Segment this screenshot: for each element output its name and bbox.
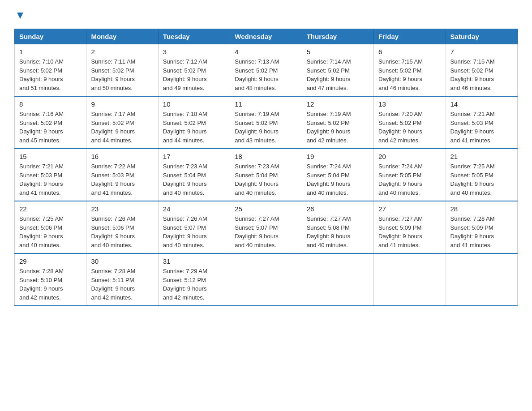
day-number: 15 [19,153,82,160]
calendar-cell: 18 Sunrise: 7:23 AMSunset: 5:04 PMDaylig… [230,149,302,201]
day-number: 9 [91,100,153,108]
calendar-cell: 5 Sunrise: 7:14 AMSunset: 5:02 PMDayligh… [302,44,373,97]
day-number: 4 [235,48,297,56]
day-number: 24 [163,205,225,213]
day-number: 16 [91,153,153,160]
week-row-1: 1 Sunrise: 7:10 AMSunset: 5:02 PMDayligh… [15,44,518,97]
header-thursday: Thursday [302,29,373,44]
header-sunday: Sunday [15,29,86,44]
day-info: Sunrise: 7:15 AMSunset: 5:02 PMDaylight:… [378,57,441,92]
header-row: SundayMondayTuesdayWednesdayThursdayFrid… [15,29,518,44]
calendar-cell: 13 Sunrise: 7:20 AMSunset: 5:02 PMDaylig… [374,96,446,149]
day-info: Sunrise: 7:10 AMSunset: 5:02 PMDaylight:… [19,57,82,92]
day-number: 5 [307,48,369,56]
day-number: 12 [307,100,369,108]
calendar-cell: 12 Sunrise: 7:19 AMSunset: 5:02 PMDaylig… [302,96,373,149]
logo [14,11,25,21]
day-info: Sunrise: 7:27 AMSunset: 5:07 PMDaylight:… [235,214,297,249]
calendar-cell: 23 Sunrise: 7:26 AMSunset: 5:06 PMDaylig… [86,201,158,253]
day-info: Sunrise: 7:11 AMSunset: 5:02 PMDaylight:… [91,57,153,92]
day-info: Sunrise: 7:26 AMSunset: 5:07 PMDaylight:… [163,214,225,249]
day-number: 27 [378,205,441,213]
week-row-3: 15 Sunrise: 7:21 AMSunset: 5:03 PMDaylig… [15,149,518,201]
day-info: Sunrise: 7:25 AMSunset: 5:05 PMDaylight:… [450,162,513,197]
day-number: 26 [307,205,369,213]
day-info: Sunrise: 7:25 AMSunset: 5:06 PMDaylight:… [19,214,82,249]
day-info: Sunrise: 7:28 AMSunset: 5:11 PMDaylight:… [91,267,153,302]
day-number: 23 [91,205,153,213]
day-info: Sunrise: 7:20 AMSunset: 5:02 PMDaylight:… [378,110,441,145]
day-number: 25 [235,205,297,213]
calendar-cell [374,253,446,306]
day-number: 20 [378,153,441,160]
day-info: Sunrise: 7:23 AMSunset: 5:04 PMDaylight:… [163,162,225,197]
header-tuesday: Tuesday [158,29,230,44]
day-info: Sunrise: 7:24 AMSunset: 5:05 PMDaylight:… [378,162,441,197]
day-info: Sunrise: 7:28 AMSunset: 5:09 PMDaylight:… [450,214,513,249]
day-info: Sunrise: 7:12 AMSunset: 5:02 PMDaylight:… [163,57,225,92]
calendar-cell: 20 Sunrise: 7:24 AMSunset: 5:05 PMDaylig… [374,149,446,201]
week-row-4: 22 Sunrise: 7:25 AMSunset: 5:06 PMDaylig… [15,201,518,253]
day-info: Sunrise: 7:21 AMSunset: 5:03 PMDaylight:… [450,110,513,145]
day-info: Sunrise: 7:22 AMSunset: 5:03 PMDaylight:… [91,162,153,197]
day-number: 6 [378,48,441,56]
day-info: Sunrise: 7:16 AMSunset: 5:02 PMDaylight:… [19,110,82,145]
day-info: Sunrise: 7:28 AMSunset: 5:10 PMDaylight:… [19,267,82,302]
calendar-cell: 15 Sunrise: 7:21 AMSunset: 5:03 PMDaylig… [15,149,86,201]
day-info: Sunrise: 7:29 AMSunset: 5:12 PMDaylight:… [163,267,225,302]
svg-marker-0 [17,13,23,19]
calendar-cell [302,253,373,306]
day-number: 3 [163,48,225,56]
day-number: 7 [450,48,513,56]
day-number: 21 [450,153,513,160]
header-saturday: Saturday [446,29,517,44]
calendar-cell: 8 Sunrise: 7:16 AMSunset: 5:02 PMDayligh… [15,96,86,149]
day-number: 22 [19,205,82,213]
day-info: Sunrise: 7:13 AMSunset: 5:02 PMDaylight:… [235,57,297,92]
calendar-cell: 25 Sunrise: 7:27 AMSunset: 5:07 PMDaylig… [230,201,302,253]
day-info: Sunrise: 7:14 AMSunset: 5:02 PMDaylight:… [307,57,369,92]
day-number: 11 [235,100,297,108]
day-info: Sunrise: 7:27 AMSunset: 5:08 PMDaylight:… [307,214,369,249]
calendar-cell: 26 Sunrise: 7:27 AMSunset: 5:08 PMDaylig… [302,201,373,253]
calendar-cell [446,253,517,306]
header-friday: Friday [374,29,446,44]
day-number: 19 [307,153,369,160]
day-info: Sunrise: 7:26 AMSunset: 5:06 PMDaylight:… [91,214,153,249]
header-monday: Monday [86,29,158,44]
logo-triangle-icon [15,11,25,21]
day-number: 31 [163,257,225,265]
day-info: Sunrise: 7:24 AMSunset: 5:04 PMDaylight:… [307,162,369,197]
calendar-cell: 31 Sunrise: 7:29 AMSunset: 5:12 PMDaylig… [158,253,230,306]
calendar-cell [230,253,302,306]
day-number: 2 [91,48,153,56]
calendar-cell: 7 Sunrise: 7:15 AMSunset: 5:02 PMDayligh… [446,44,517,97]
calendar-cell: 27 Sunrise: 7:27 AMSunset: 5:09 PMDaylig… [374,201,446,253]
week-row-2: 8 Sunrise: 7:16 AMSunset: 5:02 PMDayligh… [15,96,518,149]
day-info: Sunrise: 7:21 AMSunset: 5:03 PMDaylight:… [19,162,82,197]
calendar-cell: 30 Sunrise: 7:28 AMSunset: 5:11 PMDaylig… [86,253,158,306]
day-number: 17 [163,153,225,160]
week-row-5: 29 Sunrise: 7:28 AMSunset: 5:10 PMDaylig… [15,253,518,306]
calendar-cell: 24 Sunrise: 7:26 AMSunset: 5:07 PMDaylig… [158,201,230,253]
header-wednesday: Wednesday [230,29,302,44]
calendar-cell: 10 Sunrise: 7:18 AMSunset: 5:02 PMDaylig… [158,96,230,149]
calendar-cell: 11 Sunrise: 7:19 AMSunset: 5:02 PMDaylig… [230,96,302,149]
day-info: Sunrise: 7:23 AMSunset: 5:04 PMDaylight:… [235,162,297,197]
calendar-cell: 28 Sunrise: 7:28 AMSunset: 5:09 PMDaylig… [446,201,517,253]
calendar-cell: 9 Sunrise: 7:17 AMSunset: 5:02 PMDayligh… [86,96,158,149]
day-number: 1 [19,48,82,56]
calendar-cell: 2 Sunrise: 7:11 AMSunset: 5:02 PMDayligh… [86,44,158,97]
calendar-cell: 22 Sunrise: 7:25 AMSunset: 5:06 PMDaylig… [15,201,86,253]
calendar-cell: 29 Sunrise: 7:28 AMSunset: 5:10 PMDaylig… [15,253,86,306]
page-header [14,11,518,21]
calendar-cell: 17 Sunrise: 7:23 AMSunset: 5:04 PMDaylig… [158,149,230,201]
day-number: 13 [378,100,441,108]
day-number: 18 [235,153,297,160]
calendar-cell: 6 Sunrise: 7:15 AMSunset: 5:02 PMDayligh… [374,44,446,97]
day-number: 29 [19,257,82,265]
day-number: 28 [450,205,513,213]
calendar-cell: 14 Sunrise: 7:21 AMSunset: 5:03 PMDaylig… [446,96,517,149]
calendar-cell: 16 Sunrise: 7:22 AMSunset: 5:03 PMDaylig… [86,149,158,201]
day-number: 10 [163,100,225,108]
